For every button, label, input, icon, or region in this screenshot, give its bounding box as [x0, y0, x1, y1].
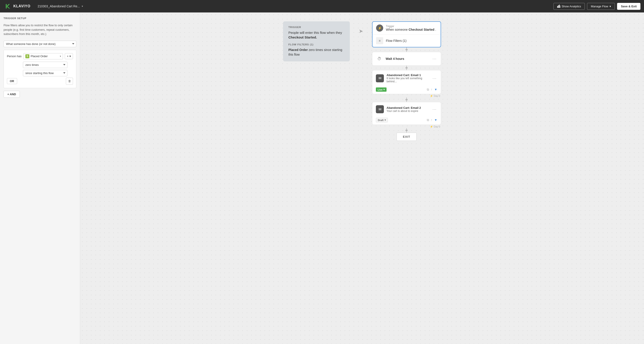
flow-content: TRIGGER People will enter this flow when… — [283, 21, 441, 335]
placed-order-select[interactable]: S Placed Order ▾ — [23, 53, 63, 60]
trigger-summary-event: Checkout Started. — [288, 36, 317, 39]
email-2-menu-icon[interactable]: ⋯ — [432, 106, 437, 112]
email-1-icon: ✉ — [376, 74, 384, 82]
condition-select-wrapper[interactable]: What someone has done (or not done) — [4, 41, 76, 47]
clock-icon: ⏱ — [376, 55, 383, 62]
add-filter-chevron-icon: ▾ — [70, 54, 71, 58]
condition-select[interactable]: What someone has done (or not done) — [4, 41, 76, 47]
connector-dot-3 — [406, 99, 408, 100]
flow-filters-label: FLOW FILTERS (1) — [288, 43, 344, 46]
or-delete-row: OR 🗑 — [7, 78, 73, 85]
email-2-node[interactable]: ✉ Abandoned Cart: Email 2 Your cart is a… — [372, 102, 441, 125]
since-starting-row[interactable]: since starting this flow — [23, 70, 73, 76]
connector-4 — [406, 128, 408, 132]
sidebar-description: Flow filters allow you to restrict the f… — [4, 23, 76, 36]
shopify-icon: S — [25, 54, 29, 58]
manage-flow-chevron-icon: ▾ — [610, 5, 611, 8]
email-1-filter-icon[interactable]: ▼ — [434, 88, 437, 92]
flow-canvas[interactable]: TRIGGER People will enter this flow when… — [80, 12, 644, 344]
sidebar-title: TRIGGER SETUP — [4, 17, 76, 20]
navbar: KLAVIYO 210303_Abandoned Cart Re... ▾ Sh… — [0, 0, 644, 12]
navbar-actions: Show Analytics Manage Flow ▾ Save & Exit — [554, 3, 640, 10]
svg-rect-4 — [560, 6, 560, 8]
badge-live-chevron-icon: ▾ — [384, 88, 385, 91]
flow-title-chevron-icon[interactable]: ▾ — [82, 5, 83, 8]
email-2-day-label: ⚡ Day 0 — [372, 125, 441, 128]
add-filter-label: + — [67, 54, 68, 58]
logo-text: KLAVIYO — [13, 4, 30, 8]
flow-filters-node-label: Flow Filters (1) — [386, 39, 406, 42]
sidebar: TRIGGER SETUP Flow filters allow you to … — [0, 12, 80, 344]
email-2-filter-icon[interactable]: ▼ — [434, 118, 437, 122]
placed-order-chevron-icon: ▾ — [60, 55, 61, 58]
flow-title: 210303_Abandoned Cart Re... ▾ — [38, 4, 550, 8]
email-1-content: Abandoned Cart: Email 1 It looks like yo… — [386, 74, 429, 83]
zero-times-select[interactable]: zero times — [23, 62, 68, 68]
placed-order-label: Placed Order — [31, 54, 59, 58]
main-layout: TRIGGER SETUP Flow filters allow you to … — [0, 0, 644, 344]
svg-rect-3 — [559, 5, 560, 8]
trigger-node-label: Trigger — [386, 25, 437, 28]
bar-chart-icon — [557, 5, 560, 8]
trash-icon: 🗑 — [68, 80, 71, 83]
trigger-summary-trigger-label: TRIGGER — [288, 26, 344, 28]
or-button[interactable]: OR — [7, 78, 17, 84]
email-1-move-up-icon[interactable]: ↑ — [431, 88, 432, 92]
svg-rect-1 — [557, 6, 558, 8]
zero-times-row[interactable]: zero times — [23, 62, 73, 68]
trigger-node-body[interactable]: ≡ Flow Filters (1) — [372, 34, 440, 47]
email-1-copy-icon[interactable]: ⧉ — [427, 88, 429, 92]
connector-1 — [406, 48, 408, 52]
email-2-name: Abandoned Cart: Email 2 — [386, 106, 429, 110]
trigger-node[interactable]: ⚡ Trigger When someone Checkout Started … — [372, 21, 441, 48]
wait-node[interactable]: ⏱ Wait 4 hours ⋯ — [372, 52, 441, 66]
email-1-subject: It looks like you left something behind.… — [386, 77, 429, 83]
manage-flow-button[interactable]: Manage Flow ▾ — [587, 3, 615, 10]
exit-node: EXIT — [396, 132, 417, 141]
trigger-node-desc: When someone Checkout Started . — [386, 28, 437, 31]
delete-filter-button[interactable]: 🗑 — [66, 78, 73, 85]
email-2-actions: ⧉ ↑ ▼ — [427, 118, 437, 122]
email-1-name: Abandoned Cart: Email 1 — [386, 74, 429, 77]
email-1-menu-icon[interactable]: ⋯ — [432, 75, 437, 82]
connector-dot-2 — [406, 67, 408, 69]
and-button[interactable]: + AND — [4, 91, 20, 98]
email-2-icon: ✉ — [376, 105, 384, 113]
klaviyo-logo-icon — [4, 2, 12, 10]
person-has-label: Person has — [7, 54, 22, 58]
email-1-header: ✉ Abandoned Cart: Email 1 It looks like … — [372, 70, 441, 86]
trigger-node-content: Trigger When someone Checkout Started . — [386, 25, 437, 31]
email-1-day-label: ⚡ ⚡ Day 0 Day 0 — [372, 94, 441, 98]
email-2-status-badge[interactable]: Draft ▾ — [376, 118, 388, 122]
email-2-copy-icon[interactable]: ⧉ — [427, 118, 429, 122]
svg-rect-2 — [558, 5, 559, 8]
day-label-icon-2: ⚡ — [430, 125, 433, 128]
connector-3 — [406, 98, 408, 102]
person-has-row: Person has S Placed Order ▾ + ▾ — [7, 53, 73, 60]
flow-arrow-icon: ➤ — [359, 21, 363, 34]
exit-label: EXIT — [403, 135, 410, 138]
email-1-footer: Live ▾ ⧉ ↑ ▼ — [372, 86, 441, 94]
flow-filters-text: Placed Order zero times since starting t… — [288, 48, 344, 57]
save-exit-button[interactable]: Save & Exit — [617, 3, 640, 10]
trigger-summary-text: People will enter this flow when they Ch… — [288, 30, 344, 40]
filter-icon: ≡ — [376, 37, 383, 44]
show-analytics-button[interactable]: Show Analytics — [554, 3, 585, 10]
flow-nodes: ⚡ Trigger When someone Checkout Started … — [372, 21, 441, 141]
add-filter-button[interactable]: + ▾ — [65, 53, 73, 59]
connector-dot-1 — [406, 49, 408, 50]
logo: KLAVIYO — [4, 2, 30, 10]
wait-node-menu-icon[interactable]: ⋯ — [432, 56, 437, 62]
trigger-node-header: ⚡ Trigger When someone Checkout Started … — [372, 22, 440, 34]
email-2-content: Abandoned Cart: Email 2 Your cart is abo… — [386, 106, 429, 112]
filter-box: Person has S Placed Order ▾ + ▾ zero tim… — [4, 50, 76, 88]
email-2-move-up-icon[interactable]: ↑ — [431, 118, 432, 122]
since-starting-select[interactable]: since starting this flow — [23, 70, 68, 76]
email-1-actions: ⧉ ↑ ▼ — [427, 88, 437, 92]
email-1-node[interactable]: ✉ Abandoned Cart: Email 1 It looks like … — [372, 70, 441, 94]
connector-2 — [406, 66, 408, 70]
email-2-subject: Your cart is about to expire — [386, 110, 429, 112]
email-1-status-badge[interactable]: Live ▾ — [376, 88, 386, 92]
connector-dot-4 — [406, 130, 408, 131]
email-2-footer: Draft ▾ ⧉ ↑ ▼ — [372, 116, 441, 124]
